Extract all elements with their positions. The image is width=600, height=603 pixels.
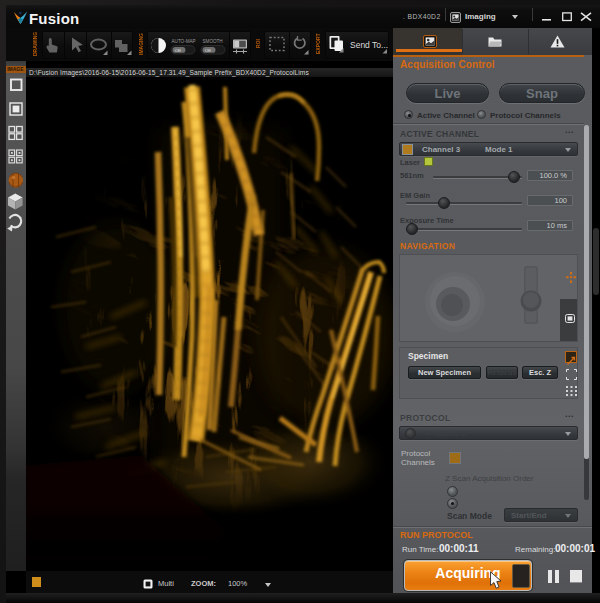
svg-text:Send To...: Send To... <box>350 40 388 50</box>
svg-text:AUTO-MAP: AUTO-MAP <box>172 39 196 44</box>
svg-text:IMAGE: IMAGE <box>7 66 24 72</box>
svg-text:Off: Off <box>205 48 211 53</box>
svg-text:Off: Off <box>175 48 181 53</box>
svg-text:SMOOTH: SMOOTH <box>203 39 223 44</box>
